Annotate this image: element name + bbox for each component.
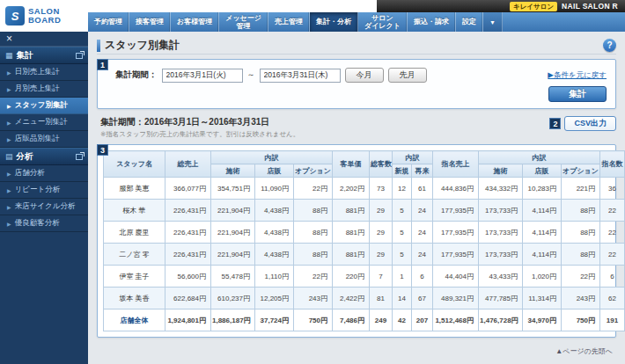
value-cell: 29 bbox=[370, 222, 393, 244]
sidebar-item[interactable]: リピート分析 bbox=[0, 182, 88, 199]
reset-conditions-link[interactable]: ▶条件を元に戻す bbox=[548, 70, 607, 81]
value-cell: 5 bbox=[393, 244, 412, 266]
filter-actions: 集計 bbox=[115, 86, 607, 102]
staff-name-cell: 桜木 華 bbox=[104, 200, 165, 222]
value-cell: 221,904円 bbox=[211, 200, 255, 222]
table-row: 桜木 華226,431円221,904円4,438円88円881円2952417… bbox=[104, 200, 625, 222]
note-text: ※指名スタッフ別の売上の集計結果です。割引は反映されません。 bbox=[100, 130, 549, 139]
sidebar-close-button[interactable]: × bbox=[0, 32, 88, 47]
sidebar-item[interactable]: 月別売上集計 bbox=[0, 81, 88, 98]
step-badge-1: 1 bbox=[97, 59, 108, 70]
value-cell: 61 bbox=[412, 178, 433, 200]
value-cell: 12,205円 bbox=[255, 288, 294, 309]
nav-tab[interactable]: 予約管理 bbox=[88, 12, 129, 32]
value-cell: 6 bbox=[412, 266, 433, 288]
back-to-top-link[interactable]: ▲ページの先頭へ bbox=[555, 347, 613, 355]
aggregate-button[interactable]: 集計 bbox=[548, 86, 607, 102]
value-cell: 1 bbox=[393, 266, 412, 288]
value-cell: 881円 bbox=[333, 222, 370, 244]
value-cell: 67 bbox=[412, 288, 433, 309]
value-cell: 22 bbox=[600, 222, 625, 244]
sidebar-item[interactable]: 優良顧客分析 bbox=[0, 215, 88, 232]
value-cell: 73 bbox=[370, 178, 393, 200]
nav-tab[interactable]: メッセージ 管理 bbox=[219, 12, 268, 32]
tilde-separator: ～ bbox=[247, 69, 255, 81]
value-cell: 22円 bbox=[294, 178, 333, 200]
value-cell: 36 bbox=[600, 178, 625, 200]
value-cell: 24 bbox=[412, 244, 433, 266]
value-cell: 88円 bbox=[294, 200, 333, 222]
value-cell: 226,431円 bbox=[165, 244, 211, 266]
value-cell: 220円 bbox=[333, 266, 370, 288]
value-cell: 177,935円 bbox=[433, 244, 479, 266]
salon-board-logo[interactable]: S SALON BOARD bbox=[0, 0, 88, 32]
value-cell: 4,114円 bbox=[523, 222, 562, 244]
value-cell: 24 bbox=[412, 200, 433, 222]
nav-tab[interactable]: サロン ダイレクト bbox=[358, 12, 408, 32]
sidebar-section-header[interactable]: 分析 bbox=[0, 148, 88, 165]
table-total-row: 店舗全体1,924,801円1,886,187円37,724円750円7,486… bbox=[104, 309, 625, 331]
sidebar-item[interactable]: スタッフ別集計 bbox=[0, 98, 88, 114]
date-from-input[interactable] bbox=[162, 69, 243, 83]
nav-tab[interactable]: 接客管理 bbox=[129, 12, 171, 32]
value-cell: 10,283円 bbox=[523, 178, 562, 200]
sidebar-item[interactable]: 日別売上集計 bbox=[0, 64, 88, 81]
csv-export-button[interactable]: CSV出力 bbox=[564, 116, 616, 131]
table-header: スタッフ名 総売上 内訳 客単価 総客数 内訳 指名売上 内訳 指名数 施術 店… bbox=[104, 151, 625, 178]
value-cell: 444,836円 bbox=[433, 178, 479, 200]
nav-tab[interactable]: 売上管理 bbox=[268, 12, 310, 32]
value-cell: 434,332円 bbox=[479, 178, 523, 200]
col-header-retail: 店販 bbox=[255, 164, 294, 178]
main-content: スタッフ別集計 ? 1 集計期間： ～ 今月 先月 ▶条件を元に戻す 集計 集計… bbox=[88, 32, 625, 364]
table-row: 二ノ宮 零226,431円221,904円4,438円88円881円295241… bbox=[104, 244, 625, 266]
sidebar-item[interactable]: 来店サイクル分析 bbox=[0, 199, 88, 215]
col-header-service: 施術 bbox=[211, 164, 255, 178]
this-month-button[interactable]: 今月 bbox=[345, 68, 384, 83]
value-cell: 37,724円 bbox=[255, 309, 294, 331]
value-cell: 173,733円 bbox=[479, 244, 523, 266]
nav-tab[interactable]: 集計・分析 bbox=[310, 12, 358, 32]
nav-tab[interactable]: 設定 bbox=[456, 12, 483, 32]
value-cell: 1,886,187円 bbox=[211, 309, 255, 331]
nav-tab[interactable]: 振込・請求 bbox=[408, 12, 456, 32]
value-cell: 2,422円 bbox=[333, 288, 370, 309]
nav-more-button[interactable]: ▼ bbox=[483, 12, 503, 32]
value-cell: 750円 bbox=[562, 309, 600, 331]
value-cell: 7,486円 bbox=[333, 309, 370, 331]
sidebar-item[interactable]: 店舗分析 bbox=[0, 165, 88, 182]
date-to-input[interactable] bbox=[260, 69, 341, 83]
last-month-button[interactable]: 先月 bbox=[388, 68, 427, 83]
sidebar-item[interactable]: メニュー別集計 bbox=[0, 114, 88, 131]
aggregation-period-text: 集計期間：2016年3月1日～2016年3月31日 bbox=[100, 116, 549, 128]
value-cell: 88円 bbox=[294, 244, 333, 266]
salon-board-logo-icon: S bbox=[5, 6, 25, 25]
col-header-avg-spend: 客単価 bbox=[333, 151, 370, 178]
nav-tab[interactable]: お客様管理 bbox=[171, 12, 219, 32]
col-header-option: オプション bbox=[294, 164, 333, 178]
page-title: スタッフ別集計 bbox=[105, 38, 180, 53]
close-icon: × bbox=[6, 33, 12, 45]
value-cell: 2,202円 bbox=[333, 178, 370, 200]
col-header-customer-breakdown: 内訳 bbox=[393, 151, 433, 164]
staff-name-cell: 北原 慶里 bbox=[104, 222, 165, 244]
sidebar-section-header[interactable]: 集計 bbox=[0, 47, 88, 64]
account-strip: キレイサロン NAIL SALON R bbox=[377, 0, 625, 12]
table-row: 坂本 美香622,684円610,237円12,205円243円2,422円81… bbox=[104, 288, 625, 309]
value-cell: 1,110円 bbox=[255, 266, 294, 288]
chart-icon bbox=[5, 153, 13, 161]
title-accent-bar bbox=[97, 40, 100, 52]
value-cell: 881円 bbox=[333, 244, 370, 266]
staff-name-cell: 伊室 圭子 bbox=[104, 266, 165, 288]
value-cell: 221,904円 bbox=[211, 244, 255, 266]
staff-name-cell: 坂本 美香 bbox=[104, 288, 165, 309]
value-cell: 249 bbox=[370, 309, 393, 331]
value-cell: 4,114円 bbox=[523, 200, 562, 222]
sidebar-item[interactable]: 店販品別集計 bbox=[0, 131, 88, 148]
value-cell: 88円 bbox=[562, 200, 600, 222]
salon-board-app: S SALON BOARD キレイサロン NAIL SALON R 予約管理接客… bbox=[0, 0, 625, 364]
step-badge-2: 2 bbox=[549, 118, 561, 129]
help-icon[interactable]: ? bbox=[603, 39, 616, 52]
value-cell: 177,935円 bbox=[433, 222, 479, 244]
staff-summary-table: スタッフ名 総売上 内訳 客単価 総客数 内訳 指名売上 内訳 指名数 施術 店… bbox=[103, 150, 625, 331]
meta-row: 集計期間：2016年3月1日～2016年3月31日 ※指名スタッフ別の売上の集計… bbox=[97, 116, 616, 139]
